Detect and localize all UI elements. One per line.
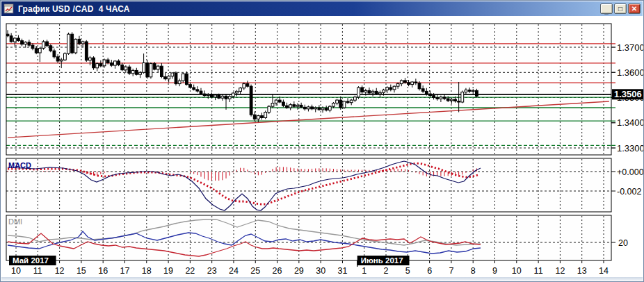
date-tick-label: 2 xyxy=(384,266,389,276)
macd-axis-label: -0.002 xyxy=(617,187,641,197)
close-button[interactable]: ✕ xyxy=(628,3,641,14)
date-tick-label: 10 xyxy=(512,266,522,276)
date-tick-label: 25 xyxy=(250,266,260,276)
window-title: График USD /CAD 4 ЧАСА xyxy=(18,4,130,14)
date-tick-label: 14 xyxy=(599,266,609,276)
date-tick-label: 9 xyxy=(492,266,497,276)
date-tick-label: 19 xyxy=(163,266,173,276)
macd-panel-label: MACD xyxy=(8,161,31,169)
price-tick-label: 1.3400 xyxy=(617,117,644,128)
month-label: Май 2017 xyxy=(9,256,56,265)
svg-text:1.3506: 1.3506 xyxy=(614,89,642,99)
date-tick-label: 6 xyxy=(427,266,432,276)
date-tick-label: 31 xyxy=(337,266,347,276)
date-tick-label: 7 xyxy=(449,266,453,276)
svg-text:Июнь 2017: Июнь 2017 xyxy=(361,256,403,265)
price-tick-label: 1.3700 xyxy=(617,42,644,53)
window-bottom-edge xyxy=(1,277,643,281)
date-tick-label: 30 xyxy=(316,266,325,276)
date-tick-label: 22 xyxy=(185,266,195,276)
maximize-button[interactable]: □ xyxy=(614,3,627,14)
date-tick-label: 29 xyxy=(294,266,304,276)
minimize-button[interactable]: _ xyxy=(600,3,613,14)
month-label: Июнь 2017 xyxy=(357,256,410,265)
date-tick-label: 24 xyxy=(229,266,239,276)
date-tick-label: 12 xyxy=(55,266,65,276)
dmi-axis-label: 20 xyxy=(618,238,628,248)
date-tick-label: 12 xyxy=(555,266,565,276)
date-tick-label: 23 xyxy=(207,266,217,276)
price-tick-label: 1.3300 xyxy=(617,143,644,154)
date-tick-label: 5 xyxy=(405,266,410,276)
date-tick-label: 18 xyxy=(142,266,152,276)
chart-window-icon xyxy=(3,3,15,15)
dmi-panel-label: DMI xyxy=(8,217,22,226)
date-tick-label: 16 xyxy=(98,266,108,276)
macd-axis-label: +0.000 xyxy=(617,167,644,177)
date-tick-label: 15 xyxy=(77,266,86,276)
svg-text:Май 2017: Май 2017 xyxy=(13,256,49,265)
current-price-badge: 1.3506 xyxy=(612,89,644,99)
date-tick-label: 26 xyxy=(273,266,282,276)
date-tick-label: 8 xyxy=(471,266,476,276)
date-tick-label: 11 xyxy=(534,266,543,276)
date-tick-label: 10 xyxy=(11,266,21,276)
chart-area[interactable]: 1.37001.36001.35001.34001.33001.3506+0.0… xyxy=(1,1,644,282)
time-axis: 1011121516171819222324252629303112567891… xyxy=(11,260,609,276)
date-tick-label: 13 xyxy=(577,266,587,276)
title-bar[interactable]: График USD /CAD 4 ЧАСА _ □ ✕ xyxy=(1,1,643,16)
date-tick-label: 1 xyxy=(362,266,367,276)
chart-window: 1.37001.36001.35001.34001.33001.3506+0.0… xyxy=(0,0,644,282)
date-tick-label: 17 xyxy=(120,266,130,276)
price-tick-label: 1.3600 xyxy=(617,67,644,78)
date-tick-label: 11 xyxy=(33,266,42,276)
chart-canvas[interactable]: 1.37001.36001.35001.34001.33001.3506+0.0… xyxy=(1,1,644,282)
